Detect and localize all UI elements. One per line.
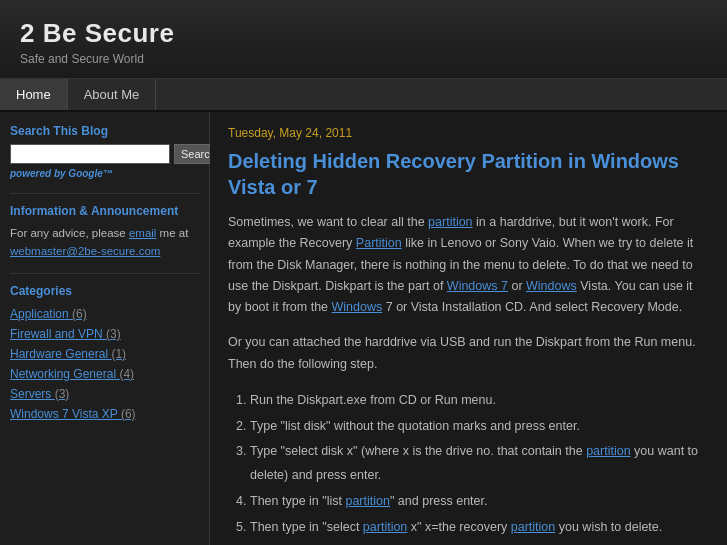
main-layout: Search This Blog Search powered by Googl… <box>0 112 727 545</box>
step-1: Run the Diskpart.exe from CD or Run menu… <box>250 389 709 413</box>
divider-2 <box>10 273 199 274</box>
search-row: Search <box>10 144 199 164</box>
post-body-paragraph-2: Or you can attached the harddrive via US… <box>228 332 709 375</box>
link-partition-step5a[interactable]: partition <box>363 520 407 534</box>
link-windows7[interactable]: Windows 7 <box>447 279 508 293</box>
nav-item-about[interactable]: About Me <box>68 79 157 110</box>
link-partition-2[interactable]: Partition <box>356 236 402 250</box>
step-5: Then type in "select partition x" x=the … <box>250 516 709 540</box>
step-6: Then finally type in "delete partition o… <box>250 541 709 545</box>
link-partition-step5b[interactable]: partition <box>511 520 555 534</box>
search-section-title: Search This Blog <box>10 124 199 138</box>
category-windows[interactable]: Windows 7 Vista XP (6) <box>10 404 199 424</box>
info-text: For any advice, please email me at webma… <box>10 224 199 261</box>
post-title: Deleting Hidden Recovery Partition in Wi… <box>228 148 709 200</box>
link-windows-vista[interactable]: Windows <box>526 279 577 293</box>
info-section-title: Information & Announcement <box>10 204 199 218</box>
category-networking-general[interactable]: Networking General (4) <box>10 364 199 384</box>
nav-item-home[interactable]: Home <box>0 79 68 110</box>
email-address[interactable]: webmaster@2be-secure.com <box>10 245 160 257</box>
category-hardware-general[interactable]: Hardware General (1) <box>10 344 199 364</box>
site-header: 2 Be Secure Safe and Secure World <box>0 0 727 79</box>
site-tagline: Safe and Secure World <box>20 52 707 66</box>
link-windows-install[interactable]: Windows <box>332 300 383 314</box>
info-section: Information & Announcement For any advic… <box>10 204 199 261</box>
post-body-paragraph-1: Sometimes, we want to clear all the part… <box>228 212 709 318</box>
category-application[interactable]: Application (6) <box>10 304 199 324</box>
link-partition-1[interactable]: partition <box>428 215 472 229</box>
nav-bar: Home About Me <box>0 79 727 112</box>
divider-1 <box>10 193 199 194</box>
search-input[interactable] <box>10 144 170 164</box>
powered-by-text: powered by <box>10 168 68 179</box>
categories-section-title: Categories <box>10 284 199 298</box>
category-servers[interactable]: Servers (3) <box>10 384 199 404</box>
google-brand: Google™ <box>68 168 112 179</box>
categories-section: Categories Application (6) Firewall and … <box>10 284 199 424</box>
step-2: Type "list disk" without the quotation m… <box>250 415 709 439</box>
powered-by-label: powered by Google™ <box>10 168 199 179</box>
post-date: Tuesday, May 24, 2011 <box>228 126 709 140</box>
link-partition-step4[interactable]: partition <box>345 494 389 508</box>
step-4: Then type in "list partition" and press … <box>250 490 709 514</box>
main-content: Tuesday, May 24, 2011 Deleting Hidden Re… <box>210 112 727 545</box>
link-partition-step3[interactable]: partition <box>586 444 630 458</box>
category-firewall-vpn[interactable]: Firewall and VPN (3) <box>10 324 199 344</box>
search-section: Search This Blog Search powered by Googl… <box>10 124 199 179</box>
step-3: Type "select disk x" (where x is the dri… <box>250 440 709 488</box>
sidebar: Search This Blog Search powered by Googl… <box>0 112 210 545</box>
site-title: 2 Be Secure <box>20 18 707 49</box>
post-steps-list: Run the Diskpart.exe from CD or Run menu… <box>250 389 709 545</box>
email-link[interactable]: email <box>129 227 156 239</box>
